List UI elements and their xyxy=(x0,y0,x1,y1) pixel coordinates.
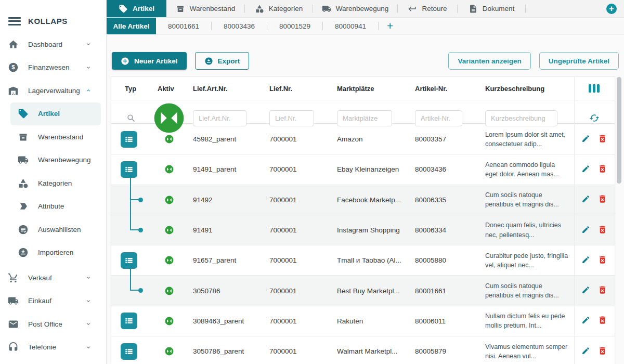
delete-button[interactable] xyxy=(597,164,607,175)
sidebar-item-warenbestand[interactable]: Warenbestand xyxy=(0,125,106,149)
sidebar-item-warenbewegung[interactable]: Warenbewegung xyxy=(0,149,106,172)
delete-button[interactable] xyxy=(597,225,607,236)
filter-lief-art-nr-input[interactable] xyxy=(193,110,246,126)
tag-icon xyxy=(119,4,128,14)
edit-button[interactable] xyxy=(581,316,590,326)
tab-artikel[interactable]: Artikel xyxy=(107,0,166,17)
sidebar-item-artikel[interactable]: Artikel xyxy=(10,102,101,126)
edit-button[interactable] xyxy=(581,164,590,175)
edit-button[interactable] xyxy=(581,346,590,357)
col-header-lief-nr[interactable]: Lief.Nr. xyxy=(263,85,331,93)
vertical-scrollbar[interactable] xyxy=(617,77,621,184)
download-circle-icon xyxy=(204,57,213,66)
table-row[interactable]: 91657_parent 7000001 Tmall и Taobao (Al.… xyxy=(111,245,615,275)
edit-button[interactable] xyxy=(581,194,590,205)
col-header-marktplaetze[interactable]: Marktplätze xyxy=(331,85,409,93)
table-row[interactable]: 45982_parent 7000001 Amazon 80003357 Lor… xyxy=(111,124,615,154)
tab-warenbewegung[interactable]: Warenbewegung xyxy=(313,0,397,17)
sidebar-item-auswahllisten[interactable]: Auswahllisten xyxy=(0,218,106,241)
tab-retoure[interactable]: Retoure xyxy=(398,0,457,17)
cell-kurzbeschreibung: Cum sociis natoque penatibus et magnis d… xyxy=(479,190,574,209)
new-article-button[interactable]: Neuer Artikel xyxy=(112,52,187,70)
table-header-row: Typ Aktiv Lief.Art.Nr. Lief.Nr. Marktplä… xyxy=(111,77,615,100)
subtab-article[interactable]: 80003436 xyxy=(212,18,267,34)
edit-button[interactable] xyxy=(581,285,590,296)
table-row[interactable]: 3089463_parent 7000001 Rakuten 80006011 … xyxy=(111,306,615,336)
cell-kurzbeschreibung: Donec quam felis, ultricies nec, pellent… xyxy=(479,220,574,239)
edit-button[interactable] xyxy=(581,134,590,145)
active-status-icon xyxy=(164,195,174,205)
col-header-artikel-nr[interactable]: Artikel-Nr. xyxy=(409,85,479,93)
table-row-child[interactable]: 91492 7000001 Facebook Marketp... 800063… xyxy=(111,185,615,215)
column-settings-button[interactable] xyxy=(574,77,614,100)
sidebar-item-lagerverwaltung[interactable]: Lagerverwaltung xyxy=(0,79,106,102)
delete-button[interactable] xyxy=(597,346,607,357)
delete-button[interactable] xyxy=(597,285,607,296)
article-type-icon[interactable] xyxy=(121,131,137,148)
sidebar-item-verkauf[interactable]: Verkauf xyxy=(0,266,106,290)
unchecked-articles-button[interactable]: Ungeprüfte Artikel xyxy=(539,52,619,70)
tab-warenbestand[interactable]: Warenbestand xyxy=(166,0,244,17)
subtab-article[interactable]: 80001529 xyxy=(267,18,322,34)
menu-icon[interactable] xyxy=(8,17,21,25)
subtab-alle-artikel[interactable]: Alle Artikel xyxy=(107,18,156,34)
add-tab-button[interactable]: + xyxy=(606,4,617,14)
delete-button[interactable] xyxy=(597,315,607,327)
table-row[interactable]: 3050786_parent 7000001 Walmart Marketpl.… xyxy=(111,336,615,364)
article-type-icon[interactable] xyxy=(121,161,137,178)
search-icon[interactable] xyxy=(111,113,151,123)
refresh-icon xyxy=(589,113,600,123)
chevron-down-icon xyxy=(85,275,92,281)
filter-lief-nr-input[interactable] xyxy=(269,110,314,126)
cell-marktplatz: Walmart Marketpl... xyxy=(331,347,409,355)
cell-lief-nr: 7000001 xyxy=(263,226,331,234)
subtab-article[interactable]: 80001661 xyxy=(156,18,211,34)
cell-lief-nr: 7000001 xyxy=(263,135,331,143)
delete-button[interactable] xyxy=(597,255,607,266)
sidebar-item-finanzwesen[interactable]: $ Finanzwesen xyxy=(0,56,106,80)
tab-dokument[interactable]: Dokument xyxy=(458,0,525,17)
filter-kurzbeschreibung-input[interactable] xyxy=(485,110,557,126)
import-circle-icon xyxy=(18,247,29,258)
cell-marktplatz: Ebay Kleinanzeigen xyxy=(331,165,409,173)
table-row[interactable]: 91491_parent 7000001 Ebay Kleinanzeigen … xyxy=(111,154,615,184)
sidebar-item-kategorien[interactable]: Kategorien xyxy=(0,172,106,195)
tab-kategorien[interactable]: Kategorien xyxy=(245,0,313,17)
sidebar-item-importieren[interactable]: Importieren xyxy=(0,241,106,265)
sidebar-item-dashboard[interactable]: Dashboard xyxy=(0,33,106,56)
cell-lief-art-nr: 45982_parent xyxy=(187,135,263,143)
col-header-typ[interactable]: Typ xyxy=(111,85,151,93)
filter-marktplaetze-input[interactable] xyxy=(337,110,392,126)
table-row-child[interactable]: 91491 7000001 Instagram Shopping 8000633… xyxy=(111,215,615,245)
delete-button[interactable] xyxy=(597,134,607,145)
cell-marktplatz: Instagram Shopping xyxy=(331,226,409,234)
filter-artikel-nr-input[interactable] xyxy=(415,110,462,126)
subtab-article[interactable]: 80000941 xyxy=(323,18,378,34)
chevron-down-icon xyxy=(85,344,92,350)
col-header-lief-art-nr[interactable]: Lief.Art.Nr. xyxy=(187,85,263,93)
module-tabbar: Artikel Warenbestand Kategorien Warenbew… xyxy=(107,0,624,18)
show-variants-button[interactable]: Varianten anzeigen xyxy=(448,52,530,70)
cell-lief-art-nr: 3050786 xyxy=(187,287,263,295)
sidebar-item-einkauf[interactable]: Einkauf xyxy=(0,290,106,313)
active-status-icon xyxy=(164,286,174,296)
col-header-aktiv[interactable]: Aktiv xyxy=(151,85,187,93)
table-row-child[interactable]: 3050786 7000001 Best Buy Marketpl... 800… xyxy=(111,275,615,305)
edit-button[interactable] xyxy=(581,225,590,236)
export-button[interactable]: Export xyxy=(195,52,250,70)
add-subtab-button[interactable]: + xyxy=(387,20,393,32)
edit-button[interactable] xyxy=(581,255,590,266)
aktiv-filter-toggle[interactable] xyxy=(151,100,187,136)
table-filter-row xyxy=(111,100,615,124)
logo-row: KOLLAPS xyxy=(0,0,106,33)
article-type-icon[interactable] xyxy=(121,313,137,329)
article-type-icon[interactable] xyxy=(121,343,137,360)
sidebar-item-attribute[interactable]: Attribute xyxy=(0,195,106,218)
article-type-icon[interactable] xyxy=(121,252,137,269)
col-header-kurzbeschreibung[interactable]: Kurzbeschreibung xyxy=(479,85,574,93)
sidebar-item-post-office[interactable]: Post Office xyxy=(0,313,106,336)
sidebar-item-telefonie[interactable]: Telefonie xyxy=(0,336,106,359)
delete-button[interactable] xyxy=(597,194,607,205)
subtab-divider xyxy=(378,22,379,30)
sidebar: KOLLAPS Dashboard $ Finanzwesen Lagerver… xyxy=(0,0,107,364)
